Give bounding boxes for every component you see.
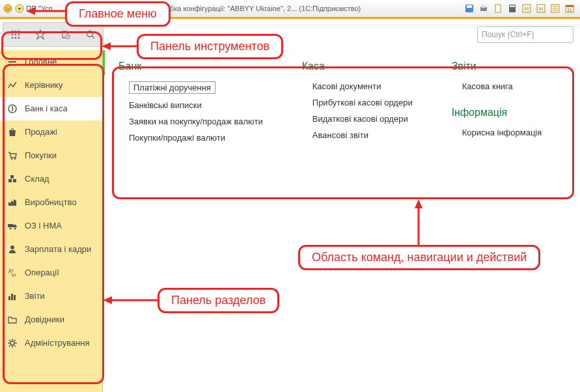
print-icon[interactable] (478, 3, 489, 14)
save-icon[interactable] (464, 3, 475, 14)
list-icon[interactable] (550, 3, 560, 14)
arrow-sections (103, 296, 160, 307)
highlight-sidebar (3, 64, 104, 384)
svg-marker-68 (102, 42, 111, 50)
document-icon[interactable] (493, 3, 503, 14)
callout-sections: Панель разделов (158, 288, 279, 313)
callout-mainmenu: Главное меню (65, 1, 171, 27)
callout-toolbar: Панель инструментов (137, 34, 283, 59)
arrow-toolbar (102, 42, 139, 53)
svg-rect-10 (510, 5, 515, 7)
svg-marker-66 (26, 7, 35, 15)
arrow-mainmenu (26, 7, 66, 18)
app-icon: 1c (3, 3, 13, 14)
svg-rect-20 (566, 5, 573, 7)
calendar-icon[interactable]: 31 (564, 3, 575, 14)
svg-text:31: 31 (567, 8, 572, 12)
svg-text:1c: 1c (5, 6, 10, 12)
search-input[interactable]: Пошук (Ctrl+F) (477, 26, 573, 43)
svg-rect-8 (495, 5, 501, 12)
calc-icon[interactable] (507, 3, 518, 14)
highlight-toolbar (1, 31, 102, 60)
search-placeholder: Пошук (Ctrl+F) (482, 30, 534, 39)
svg-rect-5 (467, 5, 472, 8)
svg-text:M: M (525, 6, 529, 12)
svg-marker-70 (103, 296, 112, 304)
svg-rect-7 (482, 5, 486, 8)
svg-text:M: M (539, 6, 544, 12)
arrow-commands (414, 199, 423, 249)
svg-marker-72 (415, 199, 422, 208)
tool-m2-icon[interactable]: M (536, 3, 546, 14)
dropdown-icon[interactable] (14, 3, 25, 14)
callout-commands: Область команд, навигации и действий (298, 245, 540, 270)
highlight-content (112, 66, 574, 199)
tool-m-icon[interactable]: M (521, 3, 532, 14)
titlebar-tools: M M 31 (464, 3, 575, 14)
